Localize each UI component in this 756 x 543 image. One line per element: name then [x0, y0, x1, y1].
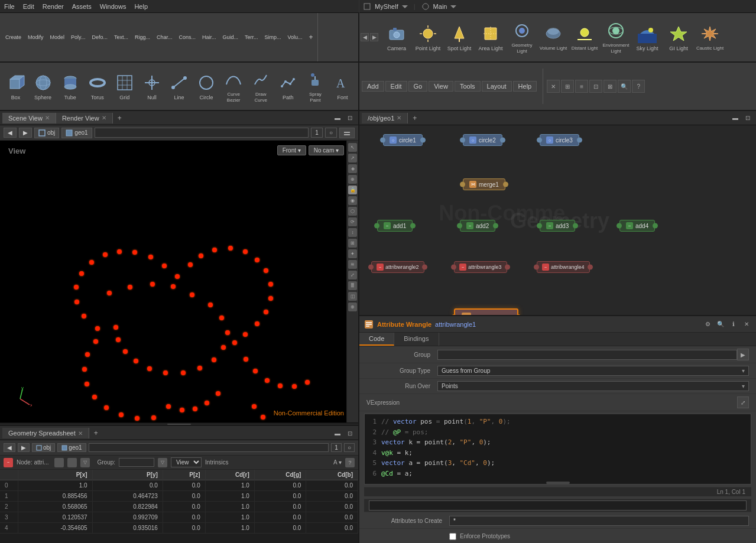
geo-path-geo1[interactable]: geo1 [57, 443, 86, 452]
node-attribwrangle4[interactable]: ~ attribwrangle4 [537, 261, 590, 273]
category-simp[interactable]: Simp... [262, 33, 284, 41]
network-tool-edit[interactable]: Edit [385, 81, 407, 92]
code-resize-handle[interactable] [546, 482, 570, 484]
geo-spreadsheet-expand[interactable]: ⊡ [344, 428, 356, 438]
viewport-path-input[interactable] [95, 128, 309, 138]
net-btn-1[interactable]: ✕ [547, 80, 560, 93]
network-tool-help[interactable]: Help [513, 81, 537, 92]
tool-circle[interactable]: Circle [193, 64, 220, 108]
network-collapse[interactable]: ▬ [729, 113, 742, 123]
tab-geo-spreadsheet[interactable]: Geometry Spreadsheet ✕ [2, 428, 89, 438]
category-modify[interactable]: Modify [25, 33, 47, 41]
side-tool-11[interactable]: ✦ [348, 249, 357, 258]
tool-geometry-light[interactable]: Geometry Light [507, 15, 537, 59]
network-tool-view[interactable]: View [429, 81, 453, 92]
tool-sky-light[interactable]: Sky Light [632, 15, 663, 59]
geo-mode[interactable]: ○ [344, 443, 355, 452]
viewport-collapse[interactable]: ▬ [331, 113, 344, 123]
category-model[interactable]: Model [47, 33, 68, 41]
viewport-expand[interactable]: ⊡ [344, 113, 356, 123]
node-attribwrangle2[interactable]: ~ attribwrangle2 [371, 261, 424, 273]
tool-spray-paint[interactable]: Spray Paint [302, 64, 329, 108]
node-attribwrangle1[interactable]: attribwrangle1 [454, 308, 518, 315]
code-editor[interactable]: 1 // vector pos = point(1, "P", 0); 2 //… [364, 414, 751, 485]
cam-btn[interactable]: No cam ▾ [309, 145, 344, 155]
menu-edit[interactable]: Edit [19, 0, 38, 13]
tool-curve-bezier[interactable]: Curve Bezier [220, 64, 247, 108]
net-btn-zoom[interactable]: 🔍 [618, 80, 631, 93]
category-text[interactable]: Text... [111, 33, 131, 41]
node-circle2[interactable]: ○ circle2 [463, 134, 502, 146]
geo-path-obj[interactable]: obj [32, 443, 55, 452]
group-type-select[interactable]: Guess from Group ▾ [437, 366, 749, 376]
category-poly[interactable]: Poly... [68, 33, 88, 41]
tab-scene-view[interactable]: Scene View ✕ [2, 113, 56, 123]
side-tool-4[interactable]: ⊕ [348, 175, 357, 184]
side-tool-3[interactable]: ◈ [348, 164, 357, 173]
network-tab-close[interactable]: ✕ [397, 115, 401, 121]
attr-close-btn[interactable]: ✕ [742, 320, 751, 329]
tool-environment-light[interactable]: Environment Light [601, 15, 631, 59]
enforce-prototypes-checkbox[interactable] [449, 533, 456, 540]
geo-forward[interactable]: ▶ [18, 443, 30, 452]
geo-filter2-btn[interactable]: ▽ [158, 458, 167, 467]
menu-render[interactable]: Render [38, 0, 68, 13]
attributes-create-input[interactable] [449, 516, 749, 526]
node-add1[interactable]: ~ add1 [377, 220, 413, 232]
tool-spot-light[interactable]: Spot Light [444, 15, 475, 59]
add-spreadsheet-tab[interactable]: + [89, 427, 103, 439]
tool-path[interactable]: Path [275, 64, 301, 108]
attr-tab-bindings[interactable]: Bindings [394, 333, 439, 346]
tool-point-light[interactable]: Point Light [413, 15, 443, 59]
menu-assets[interactable]: Assets [68, 0, 96, 13]
tool-caustic-light[interactable]: Caustic Light [695, 15, 725, 59]
group-input[interactable] [437, 350, 737, 360]
viewport-obj-btn[interactable]: obj [34, 128, 59, 138]
category-char[interactable]: Char... [154, 33, 176, 41]
side-tool-15[interactable]: ◫ [348, 292, 357, 301]
attr-tab-code[interactable]: Code [359, 333, 394, 346]
network-tool-layout[interactable]: Layout [482, 81, 512, 92]
tool-font[interactable]: A Font [329, 64, 356, 108]
geo-back[interactable]: ◀ [4, 443, 15, 452]
add-network-tab[interactable]: + [408, 112, 421, 124]
expand-code-btn[interactable]: ⤢ [737, 396, 749, 408]
net-btn-4[interactable]: ⊡ [589, 80, 602, 93]
group-arrow-btn[interactable]: ▶ [737, 349, 749, 360]
category-cons[interactable]: Cons... [176, 33, 199, 41]
side-tool-7[interactable]: ⬡ [348, 207, 357, 216]
add-viewport-tab[interactable]: + [113, 112, 126, 124]
menu-windows[interactable]: Windows [96, 0, 131, 13]
tool-volume-light[interactable]: Volume Light [538, 15, 569, 59]
node-add2[interactable]: ~ add2 [460, 220, 495, 232]
geo-filter-btn[interactable]: ▽ [80, 458, 90, 467]
tool-area-light[interactable]: Area Light [475, 15, 506, 59]
side-tool-9[interactable]: ↕ [348, 228, 357, 237]
node-attribwrangle3[interactable]: ~ attribwrangle3 [454, 261, 507, 273]
viewport-mode[interactable]: ○ [325, 128, 337, 138]
side-tool-14[interactable]: ≣ [348, 281, 357, 290]
toolbar-nav-right[interactable]: ▶ [370, 33, 378, 41]
network-tool-tools[interactable]: Tools [455, 81, 481, 92]
category-terr[interactable]: Terr... [242, 33, 261, 41]
render-view-close[interactable]: ✕ [102, 115, 106, 121]
category-volu[interactable]: Volu... [285, 33, 306, 41]
side-tool-5[interactable]: 🔒 [348, 186, 357, 194]
geo-spreadsheet-close[interactable]: ✕ [78, 430, 83, 437]
geo-help-btn[interactable]: ? [345, 458, 355, 467]
run-over-select[interactable]: Points ▾ [437, 381, 749, 391]
scene-view-close[interactable]: ✕ [45, 115, 50, 121]
tool-distant-light[interactable]: Distant Light [569, 15, 600, 59]
toolbar-nav-left[interactable]: ◀ [361, 33, 369, 41]
side-tool-12[interactable]: ≋ [348, 260, 357, 269]
viewport-back[interactable]: ◀ [4, 128, 17, 138]
network-tool-add[interactable]: Add [362, 81, 384, 92]
attr-settings-btn[interactable]: ⚙ [703, 320, 712, 329]
side-tool-16[interactable]: ⊕ [348, 303, 357, 311]
side-select-tool[interactable]: ↖ [348, 143, 357, 152]
category-rigg[interactable]: Rigg... [132, 33, 153, 41]
tool-sphere[interactable]: Sphere [30, 64, 56, 108]
menu-help[interactable]: Help [130, 0, 152, 13]
node-merge1[interactable]: ⋈ merge1 [463, 178, 505, 190]
front-view-btn[interactable]: Front ▾ [277, 145, 306, 155]
